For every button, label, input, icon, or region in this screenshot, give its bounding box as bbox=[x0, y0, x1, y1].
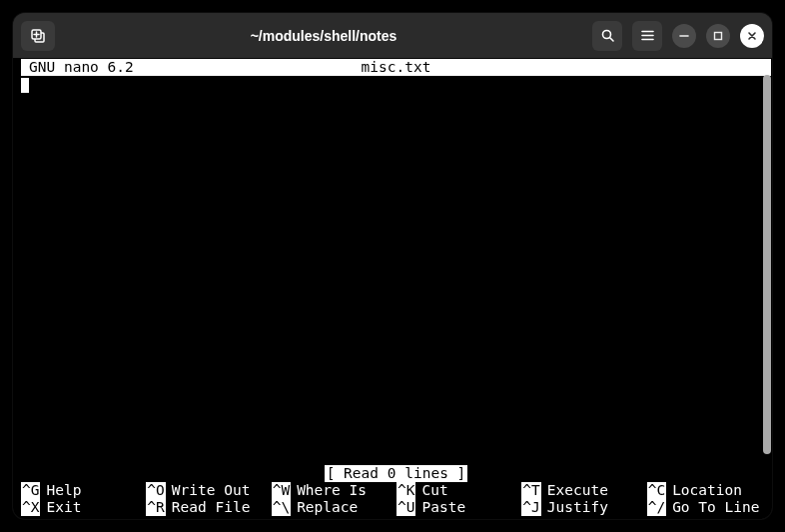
shortcut-exit: ^XExit bbox=[21, 499, 145, 516]
shortcut-key: ^G bbox=[21, 482, 40, 499]
shortcut-label: Help bbox=[46, 482, 81, 499]
new-tab-button[interactable] bbox=[21, 21, 55, 51]
window-title: ~/modules/shell/notes bbox=[63, 28, 584, 44]
shortcut-key: ^/ bbox=[647, 499, 666, 516]
close-icon bbox=[747, 31, 757, 41]
shortcut-key: ^R bbox=[146, 499, 165, 516]
nano-filename: misc.txt bbox=[362, 59, 431, 76]
shortcut-label: Execute bbox=[547, 482, 608, 499]
shortcut-label: Exit bbox=[46, 499, 81, 516]
shortcut-label: Location bbox=[672, 482, 742, 499]
shortcut-key: ^X bbox=[21, 499, 40, 516]
maximize-icon bbox=[713, 31, 723, 41]
new-tab-icon bbox=[30, 28, 46, 44]
shortcut-key: ^O bbox=[146, 482, 165, 499]
nano-status-message: [ Read 0 lines ] bbox=[325, 465, 468, 482]
minimize-button[interactable] bbox=[672, 24, 696, 48]
window-controls bbox=[592, 21, 764, 51]
minimize-icon bbox=[679, 31, 689, 41]
shortcut-label: Justify bbox=[547, 499, 608, 516]
shortcut-label: Read File bbox=[172, 499, 251, 516]
titlebar: ~/modules/shell/notes bbox=[13, 13, 772, 58]
menu-button[interactable] bbox=[632, 21, 662, 51]
shortcut-key: ^\ bbox=[272, 499, 291, 516]
nano-app-name: GNU nano 6.2 bbox=[21, 59, 134, 76]
shortcut-location: ^CLocation bbox=[647, 482, 771, 499]
shortcut-help: ^GHelp bbox=[21, 482, 145, 499]
shortcut-where-is: ^WWhere Is bbox=[272, 482, 395, 499]
nano-editor-area[interactable] bbox=[21, 76, 771, 465]
shortcut-key: ^C bbox=[647, 482, 666, 499]
shortcut-label: Cut bbox=[421, 482, 447, 499]
terminal-window: ~/modules/shell/notes GNU nano 6.2 misc.… bbox=[13, 13, 772, 519]
shortcut-execute: ^TExecute bbox=[521, 482, 645, 499]
shortcut-read-file: ^RRead File bbox=[146, 499, 270, 516]
shortcut-key: ^J bbox=[521, 499, 540, 516]
shortcut-replace: ^\Replace bbox=[272, 499, 395, 516]
text-cursor bbox=[21, 78, 29, 93]
shortcut-key: ^W bbox=[272, 482, 291, 499]
shortcut-justify: ^JJustify bbox=[521, 499, 645, 516]
nano-titlebar: GNU nano 6.2 misc.txt bbox=[21, 59, 771, 76]
scrollbar[interactable] bbox=[763, 75, 771, 454]
search-icon bbox=[600, 28, 615, 43]
shortcut-label: Go To Line bbox=[672, 499, 759, 516]
maximize-button[interactable] bbox=[706, 24, 730, 48]
close-button[interactable] bbox=[740, 24, 764, 48]
shortcut-key: ^T bbox=[521, 482, 540, 499]
shortcut-cut: ^KCut bbox=[396, 482, 520, 499]
svg-rect-2 bbox=[715, 32, 722, 39]
terminal-content[interactable]: GNU nano 6.2 misc.txt [ Read 0 lines ] ^… bbox=[13, 58, 772, 519]
shortcut-label: Replace bbox=[297, 499, 358, 516]
nano-statusbar: [ Read 0 lines ] bbox=[21, 465, 771, 482]
search-button[interactable] bbox=[592, 21, 622, 51]
svg-point-1 bbox=[602, 31, 610, 39]
shortcut-label: Write Out bbox=[172, 482, 251, 499]
shortcut-key: ^K bbox=[396, 482, 415, 499]
shortcut-key: ^U bbox=[396, 499, 415, 516]
shortcut-label: Paste bbox=[421, 499, 465, 516]
shortcut-go-to-line: ^/Go To Line bbox=[647, 499, 771, 516]
shortcut-label: Where Is bbox=[297, 482, 367, 499]
hamburger-icon bbox=[640, 28, 655, 43]
shortcut-write-out: ^OWrite Out bbox=[146, 482, 270, 499]
nano-shortcuts: ^GHelp ^XExit ^OWrite Out ^RRead File ^W… bbox=[21, 482, 771, 516]
shortcut-paste: ^UPaste bbox=[396, 499, 520, 516]
